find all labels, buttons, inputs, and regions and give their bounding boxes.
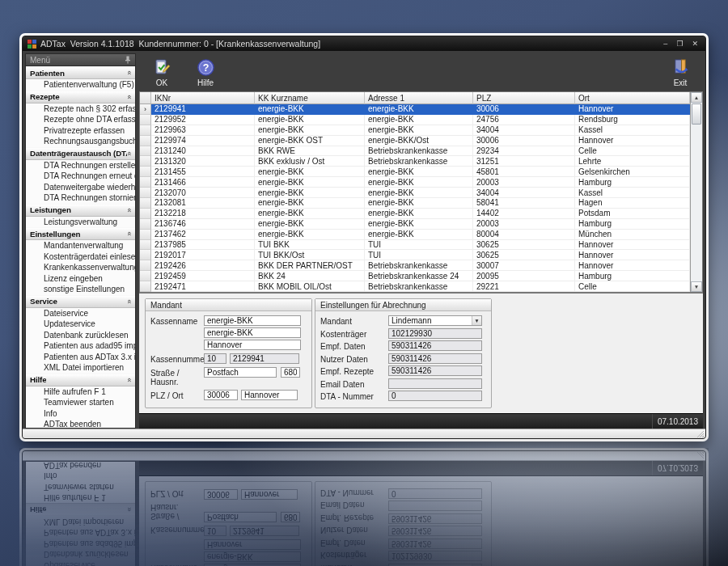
table-row[interactable]: 2137462energie-BKKenergie-BKK80004Münche… (140, 230, 690, 240)
row-selector[interactable] (140, 167, 151, 177)
sidebar-item[interactable]: Krankenkassenverwaltung (26, 262, 135, 273)
row-selector[interactable] (140, 219, 151, 230)
table-row[interactable]: 2136746energie-BKKenergie-BKK20003Hambur… (140, 219, 690, 230)
sidebar-section-header[interactable]: Einstellungen« (26, 227, 135, 240)
scrollbar-thumb[interactable] (692, 103, 701, 125)
sidebar-item[interactable]: XML Datei importieren (26, 362, 135, 374)
row-selector[interactable] (140, 240, 151, 251)
close-button[interactable]: ✕ (692, 40, 698, 48)
strasse-input[interactable] (204, 367, 277, 378)
sidebar-item[interactable]: DTA Rechnungen erneut dr... (26, 171, 135, 182)
table-row[interactable]: 2137985TUI BKKTUI30625Hannover (140, 240, 690, 251)
sidebar-section-header[interactable]: Hilfe« (26, 374, 135, 386)
dropdown-arrow-icon: ▼ (472, 316, 481, 325)
table-row[interactable]: 2132070energie-BKKenergie-BKK34004Kassel (140, 188, 690, 198)
row-selector[interactable] (140, 146, 151, 157)
sidebar-item[interactable]: Patientenverwaltung (F5) (26, 79, 135, 91)
table-row[interactable]: 2129952energie-BKKenergie-BKK24756Rendsb… (140, 115, 690, 125)
table-row[interactable]: 2129963energie-BKKenergie-BKK34004Kassel (140, 125, 690, 136)
column-header[interactable]: IKNr (151, 92, 255, 104)
sidebar-item[interactable]: Dateiservice (26, 308, 135, 319)
row-selector[interactable] (140, 156, 151, 167)
sidebar-section-header[interactable]: Patienten« (26, 66, 135, 79)
row-selector[interactable] (140, 260, 151, 271)
table-cell: Betriebskrankenkasse (365, 146, 473, 157)
scroll-down-button[interactable]: ▼ (691, 281, 702, 292)
table-row[interactable]: 2192459BKK 24Betriebskrankenkasse 242009… (140, 271, 690, 281)
row-selector[interactable] (140, 136, 151, 146)
sidebar-section-header[interactable]: Service« (26, 295, 135, 308)
pin-icon[interactable] (125, 56, 131, 64)
row-selector[interactable] (140, 271, 151, 281)
table-row[interactable]: 2132081energie-BKKenergie-BKK58041Hagen (140, 198, 690, 209)
sidebar-item[interactable]: Rezepte nach § 302 erfass... (26, 103, 135, 115)
row-selector[interactable] (140, 177, 151, 188)
sidebar-item[interactable]: DTA Rechnungen stornieren (26, 192, 135, 204)
sidebar-item[interactable]: ADTax beenden (26, 419, 135, 429)
sidebar-item[interactable]: Rezepte ohne DTA erfassen (26, 114, 135, 125)
scrollbar-track[interactable] (691, 103, 702, 281)
sidebar-item[interactable]: Patienten aus adad95 impor... (26, 340, 135, 352)
statusbar: 07.10.2013 (139, 413, 703, 429)
sidebar-item[interactable]: Datenbank zurücklesen (26, 330, 135, 341)
sidebar-section-header[interactable]: Leistungen« (26, 204, 135, 217)
kassenname-input-1[interactable] (204, 315, 301, 326)
mandant-select[interactable]: Lindemann▼ (388, 315, 482, 326)
hausnr-input[interactable] (281, 367, 300, 378)
column-header[interactable]: KK Kurzname (255, 92, 365, 104)
table-row[interactable]: 2192426BKK DER PARTNER/OSTBetriebskranke… (140, 260, 690, 271)
scroll-up-button[interactable]: ▲ (691, 92, 702, 103)
sidebar-item[interactable]: Privatrezepte erfassen (26, 125, 135, 137)
maximize-button[interactable]: ❐ (676, 40, 683, 48)
exit-button[interactable]: Exit (662, 57, 698, 87)
table-row[interactable]: 2131466energie-BKKenergie-BKK20003Hambur… (140, 177, 690, 188)
sidebar-item[interactable]: Kostenträgerdatei einlesen (26, 251, 135, 263)
ort-input[interactable] (241, 390, 298, 400)
minimize-button[interactable]: – (663, 40, 667, 48)
resize-grip[interactable] (696, 430, 704, 437)
sidebar-item[interactable]: Teamviewer starten (26, 397, 135, 408)
row-selector[interactable] (140, 250, 151, 260)
table-row[interactable]: 2131240BKK RWEBetriebskrankenkasse29234C… (140, 146, 690, 157)
kassenname-input-2[interactable] (204, 327, 301, 338)
collapse-chevron-icon: « (125, 231, 132, 235)
sidebar-section-header[interactable]: Rezepte« (26, 91, 135, 103)
sidebar-item[interactable]: Patienten aus ADTax 3.x im... (26, 352, 135, 363)
sidebar-item[interactable]: Rechnungsausgangsbuch (26, 136, 135, 147)
table-row[interactable]: 2192471BKK MOBIL OIL/OstBetriebskrankenk… (140, 281, 690, 292)
sidebar-item[interactable]: Mandantenverwaltung (26, 240, 135, 251)
sidebar-item[interactable]: Hilfe aufrufen F 1 (26, 386, 135, 398)
table-row[interactable]: 2192017TUI BKK/OstTUI30625Hannover (140, 250, 690, 260)
column-header[interactable]: PLZ (473, 92, 575, 104)
row-selector[interactable] (140, 188, 151, 198)
kassenname-input-3[interactable] (204, 340, 301, 350)
sidebar-item[interactable]: Leistungsverwaltung (26, 217, 135, 228)
titlebar[interactable]: ADTax Version 4.1.1018 Kundennummer: 0 -… (23, 36, 705, 51)
row-selector[interactable] (140, 125, 151, 136)
row-selector[interactable] (140, 230, 151, 240)
table-row[interactable]: 2131320BKK exklusiv / OstBetriebskranken… (140, 156, 690, 167)
help-button[interactable]: ? Hilfe (188, 57, 223, 87)
plz-input[interactable] (204, 390, 238, 400)
table-row[interactable]: 2129974energie-BKK OSTenergie-BKK/Ost300… (140, 136, 690, 146)
row-selector[interactable] (140, 198, 151, 209)
table-cell: energie-BKK (365, 167, 473, 177)
table-row[interactable]: 2131455energie-BKKenergie-BKK45801Gelsen… (140, 167, 690, 177)
sidebar-item[interactable]: DTA Rechnungen erstellen (26, 160, 135, 171)
table-row[interactable]: ›2129941energie-BKKenergie-BKK30006Hanno… (140, 104, 690, 115)
sidebar-item[interactable]: Datenweitergabe wiederholen (26, 182, 135, 193)
row-selector[interactable] (140, 209, 151, 219)
sidebar-item[interactable]: Updateservice (26, 319, 135, 330)
column-header[interactable]: Adresse 1 (365, 92, 473, 104)
row-selector[interactable]: › (140, 104, 151, 115)
row-selector[interactable] (140, 115, 151, 125)
table-row[interactable]: 2132218energie-BKKenergie-BKK14402Potsda… (140, 209, 690, 219)
ok-button[interactable]: OK (144, 57, 180, 87)
sidebar-item[interactable]: Info (26, 408, 135, 420)
table-cell: Hannover (575, 250, 690, 260)
column-header[interactable]: Ort (575, 92, 690, 104)
sidebar-item[interactable]: sonstige Einstellungen (26, 284, 135, 295)
sidebar-item[interactable]: Lizenz eingeben (26, 273, 135, 285)
row-selector[interactable] (140, 281, 151, 292)
sidebar-section-header[interactable]: Datenträgeraustausch (DTA)« (26, 147, 135, 160)
